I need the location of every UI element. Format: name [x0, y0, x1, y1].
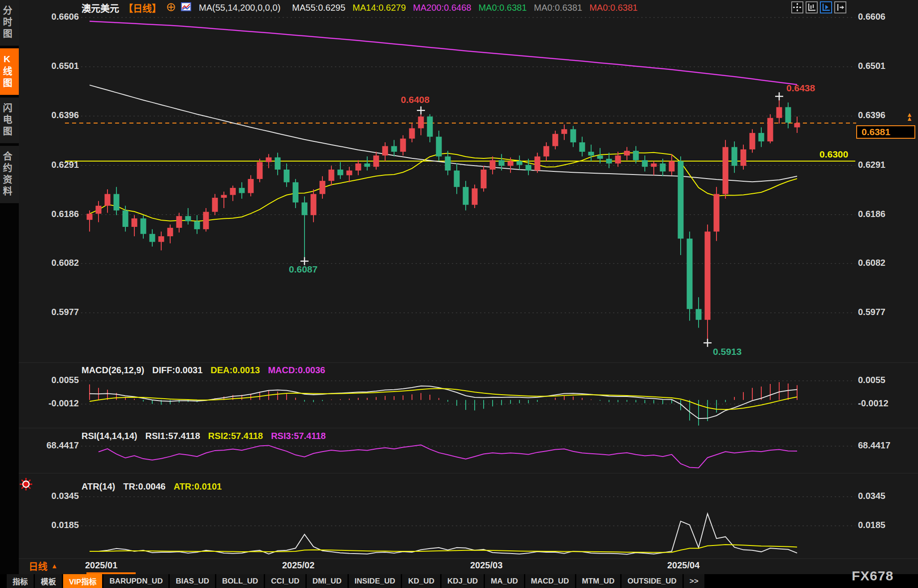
tab-DMI_UD[interactable]: DMI_UD — [307, 574, 347, 588]
y-axis-label: 0.6606 — [43, 12, 79, 22]
rsi-panel-layer — [99, 445, 797, 468]
title-row: 澳元美元 【日线】 MA(55,14,200,0,0,0) MA55:0.629… — [82, 1, 638, 14]
period-selector[interactable]: 日线 ▲ — [29, 559, 58, 572]
tab-KD_UD[interactable]: KD_UD — [402, 574, 440, 588]
y-axis-label: 0.6082 — [43, 258, 79, 268]
atr-title-name: ATR(14) — [82, 481, 115, 492]
candles-layer — [87, 96, 800, 343]
current-price-value: 0.6381 — [862, 127, 890, 137]
x-axis-label: 2025/01 — [85, 560, 117, 571]
y-axis-label: 0.6501 — [43, 61, 79, 71]
tab->>[interactable]: >> — [684, 574, 704, 588]
panel-separator — [19, 428, 918, 428]
price-up-arrows-icon: ▲▲ — [906, 113, 913, 121]
current-price-box: 0.6381 — [856, 125, 915, 139]
live-indicator-icon — [20, 478, 32, 492]
tab-BIAS_UD[interactable]: BIAS_UD — [170, 574, 215, 588]
macd-title: MACD(26,12,9)DIFF:0.0031DEA:0.0013MACD:0… — [82, 365, 325, 375]
y-axis-label: 68.4417 — [43, 440, 79, 451]
y-axis-label: 0.6186 — [858, 209, 885, 219]
x-axis-label: 2025/03 — [470, 560, 502, 571]
y-axis-label: 0.6291 — [858, 160, 885, 170]
tab-模板[interactable]: 模板 — [35, 574, 62, 588]
y-axis-label: 0.6396 — [43, 110, 79, 120]
ma-value-label: MA0:0.6381 — [589, 3, 638, 13]
y-axis-label: 0.0345 — [43, 491, 79, 501]
atr-title-value: ATR:0.0101 — [174, 481, 222, 492]
rsi-title-value: RSI3:57.4118 — [271, 431, 326, 441]
chart-header: 澳元美元 【日线】 MA(55,14,200,0,0,0) MA55:0.629… — [19, 0, 918, 15]
indicator-tabbar: 指标模板VIP指标BARUPDN_UDBIAS_UDBOLL_UDCCI_UDD… — [0, 574, 918, 588]
macd-title-value: DEA:0.0013 — [210, 365, 260, 375]
tab-VIP指标[interactable]: VIP指标 — [63, 574, 102, 588]
ma-value-label: MA0:0.6381 — [478, 3, 527, 13]
macd-title-name: MACD(26,12,9) — [82, 365, 144, 375]
tab-BOLL_UD[interactable]: BOLL_UD — [216, 574, 264, 588]
y-axis-label: 0.0185 — [43, 520, 79, 530]
tab-MACD_UD[interactable]: MACD_UD — [525, 574, 575, 588]
y-axis-label: 0.6186 — [43, 209, 79, 219]
x-axis-label: 2025/04 — [667, 560, 699, 571]
tab-MTM_UD[interactable]: MTM_UD — [576, 574, 621, 588]
y-axis-label: 0.5977 — [858, 307, 885, 317]
left-sidebar: 分时图K线图闪电图合约资料 — [0, 0, 19, 588]
tab-OUTSIDE_UD[interactable]: OUTSIDE_UD — [622, 574, 682, 588]
panel-separator — [19, 362, 918, 363]
y-axis-label: 0.0345 — [858, 491, 885, 501]
x-axis-label: 2025/02 — [282, 560, 314, 571]
y-axis-label: -0.0012 — [43, 398, 79, 409]
ma-value-label: MA0:0.6381 — [534, 3, 582, 13]
y-axis-label: 0.6501 — [858, 61, 885, 71]
period-tag: 【日线】 — [124, 1, 161, 14]
chart-toolbar — [791, 1, 846, 13]
macd-title-value: MACD:0.0036 — [268, 365, 325, 375]
tab-INSIDE_UD[interactable]: INSIDE_UD — [349, 574, 401, 588]
crosshair-circle-icon[interactable] — [166, 1, 176, 14]
y-axis-label: 0.6606 — [858, 12, 885, 22]
tab-BARUPDN_UD[interactable]: BARUPDN_UD — [103, 574, 168, 588]
moving-averages-layer — [90, 21, 797, 221]
price-annotation: 0.6087 — [289, 264, 317, 275]
move-crosshair-icon[interactable] — [791, 1, 803, 13]
rsi-title-value: RSI2:57.4118 — [208, 431, 263, 441]
symbol-title: 澳元美元 — [82, 1, 119, 14]
y-axis-label: 0.6291 — [43, 160, 79, 170]
panel-separator — [19, 473, 918, 473]
chart-canvas[interactable] — [0, 0, 918, 588]
rsi-title: RSI(14,14,14)RSI1:57.4118RSI2:57.4118RSI… — [82, 431, 326, 441]
hline-label: 0.6300 — [819, 149, 848, 160]
watermark: FX678 — [852, 568, 893, 584]
chart-axes-icon[interactable] — [806, 1, 818, 13]
sidebar-item-K线图[interactable]: K线图 — [0, 48, 19, 95]
tab-MA_UD[interactable]: MA_UD — [485, 574, 523, 588]
atr-title-value: TR:0.0046 — [123, 481, 166, 492]
y-axis-label: 0.6396 — [858, 110, 885, 120]
atr-title: ATR(14)TR:0.0046ATR:0.0101 — [82, 481, 222, 492]
ma-settings-label: MA(55,14,200,0,0,0) — [199, 3, 280, 13]
chart-play-icon[interactable] — [820, 1, 832, 13]
y-axis-label: 68.4417 — [858, 440, 890, 451]
sidebar-item-分时图[interactable]: 分时图 — [0, 0, 19, 46]
tab-KDJ_UD[interactable]: KDJ_UD — [442, 574, 484, 588]
triangle-up-icon: ▲ — [51, 562, 58, 570]
tab-指标[interactable]: 指标 — [7, 574, 34, 588]
rsi-title-value: RSI1:57.4118 — [146, 431, 200, 441]
shift-bar-icon[interactable] — [834, 1, 846, 13]
ma-value-label: MA200:0.6468 — [413, 3, 471, 13]
price-annotation: 0.6408 — [401, 94, 429, 105]
atr-panel-layer — [90, 514, 797, 554]
sidebar-item-闪电图[interactable]: 闪电图 — [0, 98, 19, 143]
mini-chart-icon[interactable] — [181, 2, 192, 13]
price-annotation: 0.5913 — [713, 346, 742, 357]
y-axis-label: 0.0055 — [858, 375, 885, 385]
markers-layer — [300, 92, 783, 347]
sidebar-item-合约资料[interactable]: 合约资料 — [0, 146, 19, 203]
y-axis-label: 0.5977 — [43, 307, 79, 317]
y-axis-label: 0.6082 — [858, 258, 885, 268]
ma-value-label: MA55:0.6295 — [292, 3, 345, 13]
trading-app: 分时图K线图闪电图合约资料 澳元美元 【日线】 MA(55,14,200,0,0… — [0, 0, 918, 588]
ma-values: MA55:0.6295MA14:0.6279MA200:0.6468MA0:0.… — [285, 3, 638, 13]
tab-CCI_UD[interactable]: CCI_UD — [265, 574, 305, 588]
rsi-title-name: RSI(14,14,14) — [82, 431, 137, 441]
gridlines-layer — [65, 17, 855, 526]
